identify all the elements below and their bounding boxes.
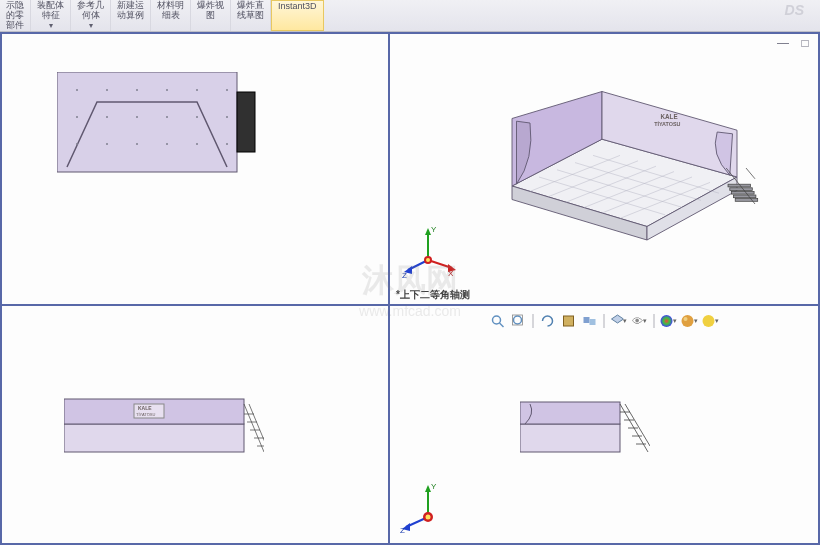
svg-point-6 [196,89,198,91]
svg-marker-74 [611,315,623,323]
hide-show-icon[interactable]: 👁▾ [630,312,648,330]
view-triad: Y Z [398,475,458,535]
ribbon-label: 材料明 细表 [157,0,184,20]
svg-point-51 [426,258,430,262]
window-controls: — □ [776,36,812,50]
svg-rect-73 [589,319,595,325]
model-top-view [57,72,257,182]
svg-line-41 [746,168,755,179]
svg-point-10 [136,116,138,118]
model-isometric-view: KALE TİYATOSU [470,69,770,249]
viewport-label: *上下二等角轴测 [396,288,470,302]
svg-line-61 [249,404,264,452]
svg-line-68 [499,323,503,327]
ribbon-bom[interactable]: 材料明 细表 [151,0,191,31]
ribbon-label: 爆炸直 线草图 [237,0,264,20]
ribbon-exploded-view[interactable]: 爆炸视 图 [191,0,231,31]
svg-rect-36 [730,188,753,191]
svg-point-17 [166,143,168,145]
ribbon-label: 装配体 特征 [37,0,64,20]
viewport-side[interactable]: ▾ 👁▾ ▾ ▾ ▾ [388,304,818,543]
svg-point-3 [106,89,108,91]
maximize-button[interactable]: □ [798,36,812,50]
svg-text:Z: Z [402,271,407,280]
zoom-area-icon[interactable] [509,312,527,330]
svg-text:TİYATOSU: TİYATOSU [136,412,155,417]
svg-rect-55 [64,424,244,452]
svg-point-8 [76,116,78,118]
svg-rect-71 [563,316,573,326]
svg-text:X: X [448,269,454,278]
svg-line-82 [625,404,650,446]
svg-point-9 [106,116,108,118]
view-toolbar: ▾ 👁▾ ▾ ▾ ▾ [488,312,719,330]
svg-point-19 [226,143,228,145]
ribbon-explode-line-sketch[interactable]: 爆炸直 线草图 [231,0,271,31]
model-side-view [520,384,650,464]
svg-point-16 [136,143,138,145]
svg-point-14 [76,143,78,145]
rotate-view-icon[interactable] [538,312,556,330]
view-triad: Y X Z [398,220,458,280]
svg-point-2 [76,89,78,91]
svg-text:Y: Y [431,225,437,234]
svg-point-12 [196,116,198,118]
view-orientation-icon[interactable] [580,312,598,330]
ribbon-assembly-features[interactable]: 装配体 特征 ▾ [31,0,71,31]
ribbon-label: Instant3D [278,1,317,11]
model-front-view: KALE TİYATOSU [64,384,264,464]
section-view-icon[interactable] [559,312,577,330]
svg-text:Y: Y [431,482,437,491]
svg-point-7 [226,89,228,91]
svg-text:KALE: KALE [138,405,152,411]
svg-rect-37 [732,191,755,194]
render-icon[interactable]: ▾ [701,312,719,330]
svg-point-11 [166,116,168,118]
svg-point-13 [226,116,228,118]
svg-point-93 [425,515,430,520]
viewport-isometric[interactable]: — □ [388,34,818,304]
svg-point-18 [196,143,198,145]
ribbon-show-hide[interactable]: 示隐 的零 部件 ▾ [0,0,31,31]
appearance-icon[interactable]: ▾ [659,312,677,330]
minimize-button[interactable]: — [776,36,790,50]
solidworks-logo: DS [785,2,804,18]
svg-point-4 [136,89,138,91]
scene-icon[interactable]: ▾ [680,312,698,330]
svg-point-15 [106,143,108,145]
toolbar-separator [653,314,654,328]
svg-point-76 [681,315,693,327]
chevron-down-icon: ▾ [49,21,53,30]
svg-rect-0 [57,72,237,172]
svg-rect-79 [520,424,620,452]
display-style-icon[interactable]: ▾ [609,312,627,330]
zoom-fit-icon[interactable] [488,312,506,330]
chevron-down-icon: ▾ [89,21,93,30]
ribbon-toolbar: 示隐 的零 部件 ▾ 装配体 特征 ▾ 参考几 何体 ▾ 新建运 动算例 材料明… [0,0,820,32]
svg-point-77 [683,317,687,321]
ribbon-reference-geometry[interactable]: 参考几 何体 ▾ [71,0,111,31]
svg-rect-72 [583,317,589,323]
svg-rect-38 [733,195,756,198]
viewport-front[interactable]: KALE TİYATOSU [2,304,388,543]
svg-rect-1 [237,92,255,152]
viewport-top[interactable] [2,34,388,304]
svg-text:KALE: KALE [660,113,677,120]
svg-text:TİYATOSU: TİYATOSU [654,121,680,127]
ribbon-label: 示隐 的零 部件 [6,0,24,30]
svg-point-78 [702,315,714,327]
svg-point-69 [513,316,521,324]
svg-point-5 [166,89,168,91]
ribbon-label: 新建运 动算例 [117,0,144,20]
ribbon-label: 参考几 何体 [77,0,104,20]
svg-text:Z: Z [400,526,405,535]
svg-rect-80 [520,402,620,424]
ribbon-instant3d[interactable]: Instant3D [271,0,324,31]
svg-point-67 [492,316,500,324]
toolbar-separator [603,314,604,328]
svg-point-75 [660,315,672,327]
ribbon-label: 爆炸视 图 [197,0,224,20]
workspace: — □ [0,32,820,545]
ribbon-new-motion-study[interactable]: 新建运 动算例 [111,0,151,31]
svg-line-60 [244,404,264,452]
